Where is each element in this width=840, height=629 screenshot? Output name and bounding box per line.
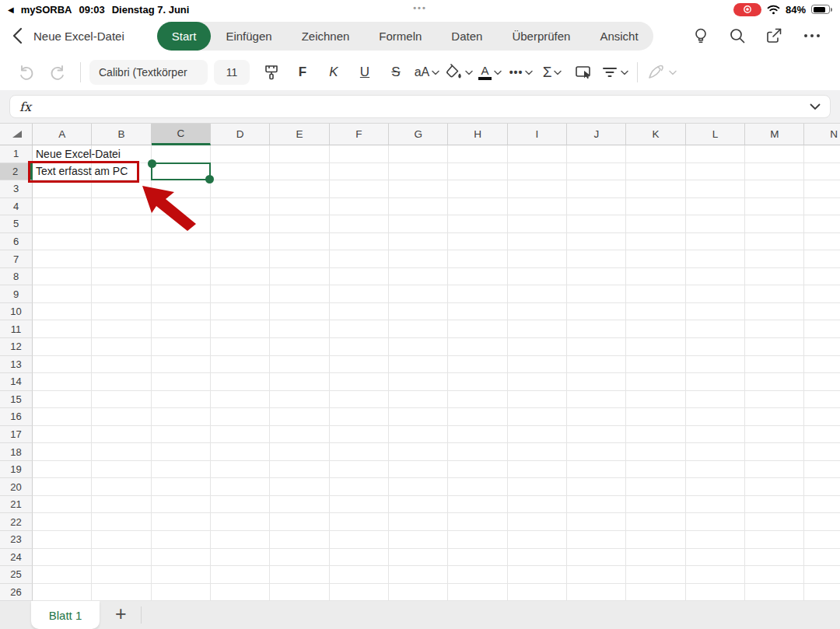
grid-cell-K1[interactable]	[626, 145, 685, 163]
grid-cell-G20[interactable]	[389, 478, 448, 496]
font-color-button[interactable]: A	[476, 59, 504, 86]
italic-button[interactable]: K	[320, 59, 348, 86]
grid-cell-K5[interactable]	[626, 215, 685, 233]
screen-recording-icon[interactable]	[733, 3, 761, 16]
grid-cell-B15[interactable]	[92, 391, 151, 409]
grid-cell-J21[interactable]	[567, 496, 626, 514]
grid-cell-I14[interactable]	[508, 373, 567, 391]
grid-cell-B22[interactable]	[92, 513, 151, 531]
grid-cell-D16[interactable]	[211, 408, 270, 426]
grid-cell-M9[interactable]	[745, 285, 804, 303]
grid-cell-G7[interactable]	[389, 250, 448, 268]
grid-cell-D20[interactable]	[211, 478, 270, 496]
grid-cell-L23[interactable]	[686, 531, 745, 549]
grid-cell-H26[interactable]	[448, 584, 507, 601]
grid-cell-J23[interactable]	[567, 531, 626, 549]
cell-actions-button[interactable]	[569, 59, 597, 86]
grid-cell-J25[interactable]	[567, 566, 626, 584]
spreadsheet-grid[interactable]: ABCDEFGHIJKLMN1Neue Excel-Datei2Text erf…	[0, 123, 840, 601]
grid-cell-K25[interactable]	[626, 566, 685, 584]
grid-cell-L20[interactable]	[686, 478, 745, 496]
grid-cell-H21[interactable]	[448, 496, 507, 514]
grid-cell-N13[interactable]	[804, 356, 840, 374]
grid-cell-H3[interactable]	[448, 180, 507, 198]
grid-cell-J8[interactable]	[567, 268, 626, 286]
grid-cell-E23[interactable]	[270, 531, 329, 549]
grid-cell-G25[interactable]	[389, 566, 448, 584]
column-header-C[interactable]: C	[152, 124, 211, 145]
ideas-lightbulb-icon[interactable]	[692, 27, 709, 45]
grid-cell-K17[interactable]	[626, 426, 685, 444]
grid-cell-G24[interactable]	[389, 549, 448, 567]
grid-cell-K4[interactable]	[626, 198, 685, 216]
grid-cell-G16[interactable]	[389, 408, 448, 426]
grid-cell-K24[interactable]	[626, 549, 685, 567]
ribbon-tab-überprüfen[interactable]: Überprüfen	[497, 22, 585, 51]
grid-cell-F15[interactable]	[330, 391, 389, 409]
search-icon[interactable]	[729, 27, 746, 44]
grid-cell-F25[interactable]	[330, 566, 389, 584]
grid-cell-L15[interactable]	[686, 391, 745, 409]
grid-cell-I11[interactable]	[508, 320, 567, 338]
grid-cell-D26[interactable]	[211, 584, 270, 601]
grid-cell-B18[interactable]	[92, 443, 151, 461]
grid-cell-I26[interactable]	[508, 584, 567, 601]
grid-cell-G5[interactable]	[389, 215, 448, 233]
grid-cell-H7[interactable]	[448, 250, 507, 268]
grid-cell-N16[interactable]	[804, 408, 840, 426]
grid-cell-B17[interactable]	[92, 426, 151, 444]
grid-cell-E8[interactable]	[270, 268, 329, 286]
grid-cell-N8[interactable]	[804, 268, 840, 286]
grid-cell-D17[interactable]	[211, 426, 270, 444]
grid-cell-K23[interactable]	[626, 531, 685, 549]
column-header-K[interactable]: K	[626, 124, 685, 145]
grid-cell-H23[interactable]	[448, 531, 507, 549]
grid-cell-I25[interactable]	[508, 566, 567, 584]
grid-cell-F11[interactable]	[330, 320, 389, 338]
grid-cell-H4[interactable]	[448, 198, 507, 216]
grid-cell-J6[interactable]	[567, 233, 626, 251]
grid-cell-N12[interactable]	[804, 338, 840, 356]
grid-cell-E1[interactable]	[270, 145, 329, 163]
column-header-A[interactable]: A	[33, 124, 92, 145]
cell-selection-box[interactable]	[151, 162, 211, 181]
grid-cell-K12[interactable]	[626, 338, 685, 356]
grid-cell-H10[interactable]	[448, 303, 507, 321]
grid-cell-G21[interactable]	[389, 496, 448, 514]
share-icon[interactable]	[765, 27, 783, 44]
underline-button[interactable]: U	[351, 59, 379, 86]
row-header-14[interactable]: 14	[0, 373, 33, 391]
grid-cell-J5[interactable]	[567, 215, 626, 233]
grid-cell-K26[interactable]	[626, 584, 685, 601]
grid-cell-D5[interactable]	[211, 215, 270, 233]
grid-cell-C10[interactable]	[152, 303, 211, 321]
grid-cell-C23[interactable]	[152, 531, 211, 549]
column-header-B[interactable]: B	[92, 124, 151, 145]
ribbon-tab-daten[interactable]: Daten	[436, 22, 497, 51]
grid-cell-F26[interactable]	[330, 584, 389, 601]
grid-cell-E24[interactable]	[270, 549, 329, 567]
grid-cell-M25[interactable]	[745, 566, 804, 584]
grid-cell-A16[interactable]	[33, 408, 92, 426]
grid-cell-I13[interactable]	[508, 356, 567, 374]
fill-color-button[interactable]	[444, 59, 473, 86]
grid-cell-E9[interactable]	[270, 285, 329, 303]
grid-cell-C9[interactable]	[152, 285, 211, 303]
grid-cell-J17[interactable]	[567, 426, 626, 444]
grid-cell-L8[interactable]	[686, 268, 745, 286]
grid-cell-C17[interactable]	[152, 426, 211, 444]
grid-cell-C14[interactable]	[152, 373, 211, 391]
grid-cell-A24[interactable]	[33, 549, 92, 567]
grid-cell-E5[interactable]	[270, 215, 329, 233]
grid-cell-E21[interactable]	[270, 496, 329, 514]
ribbon-tab-zeichnen[interactable]: Zeichnen	[287, 22, 365, 51]
grid-cell-A15[interactable]	[33, 391, 92, 409]
grid-cell-J19[interactable]	[567, 461, 626, 479]
grid-cell-E19[interactable]	[270, 461, 329, 479]
grid-cell-I12[interactable]	[508, 338, 567, 356]
grid-cell-F5[interactable]	[330, 215, 389, 233]
grid-cell-C19[interactable]	[152, 461, 211, 479]
grid-cell-C16[interactable]	[152, 408, 211, 426]
grid-cell-G26[interactable]	[389, 584, 448, 601]
grid-cell-M11[interactable]	[745, 320, 804, 338]
